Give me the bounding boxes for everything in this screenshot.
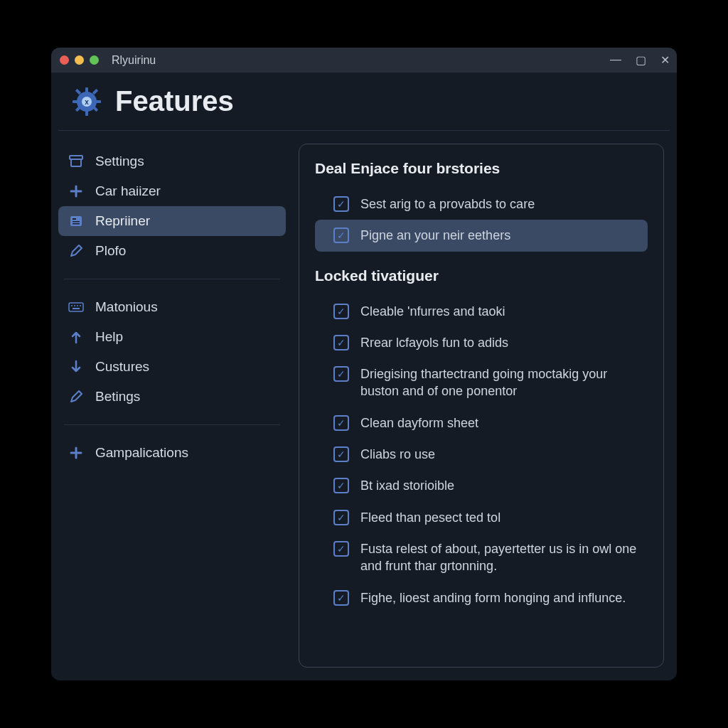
option-row[interactable]: ✓ Driegising thartectrand going moctakig… bbox=[315, 358, 648, 407]
body: Settings Car haiizer Repriiner bbox=[51, 131, 677, 680]
svg-point-19 bbox=[74, 305, 75, 306]
page-header: x Features bbox=[58, 73, 670, 131]
window-controls: — ▢ ✕ bbox=[610, 53, 670, 67]
option-label: Cleable 'nfurres and taoki bbox=[360, 303, 505, 320]
sidebar-separator bbox=[64, 424, 280, 425]
features-panel: Deal Enjace four brstories ✓ Sest arig t… bbox=[299, 144, 664, 668]
sidebar-item-label: Plofo bbox=[95, 243, 126, 259]
close-window-button[interactable] bbox=[60, 55, 69, 65]
minimize-window-button[interactable] bbox=[75, 55, 84, 65]
sidebar-item-label: Settings bbox=[95, 154, 144, 169]
restore-icon[interactable]: ▢ bbox=[636, 53, 646, 67]
option-row[interactable]: ✓ Fleed than pesect ted tol bbox=[315, 502, 648, 533]
arrow-up-icon bbox=[68, 329, 84, 345]
page-title: Features bbox=[115, 85, 234, 117]
sidebar-item-label: Repriiner bbox=[95, 213, 150, 229]
section-title: Locked tivatiguer bbox=[315, 267, 648, 284]
sidebar-item-label: Matonious bbox=[95, 299, 158, 315]
sidebar-item-matonious[interactable]: Matonious bbox=[58, 292, 286, 322]
option-label: Clean dayform sheet bbox=[360, 414, 478, 432]
option-row[interactable]: ✓ Clean dayform sheet bbox=[315, 407, 648, 439]
sidebar-item-repriiner[interactable]: Repriiner bbox=[58, 206, 286, 236]
svg-rect-1 bbox=[85, 87, 88, 93]
pencil-icon bbox=[68, 243, 84, 259]
svg-point-20 bbox=[77, 305, 78, 306]
svg-point-18 bbox=[71, 305, 73, 306]
traffic-lights bbox=[60, 55, 99, 65]
svg-rect-7 bbox=[92, 88, 98, 94]
option-row[interactable]: ✓ Pigne an your neir eethers bbox=[315, 220, 648, 251]
option-row[interactable]: ✓ Fusta relest of about, payertetter us … bbox=[315, 533, 648, 582]
svg-rect-16 bbox=[73, 223, 80, 225]
checkbox-icon[interactable]: ✓ bbox=[333, 478, 349, 493]
checkbox-icon[interactable]: ✓ bbox=[333, 304, 349, 319]
sidebar-item-plofo[interactable]: Plofo bbox=[58, 236, 286, 266]
option-row[interactable]: ✓ Cleable 'nfurres and taoki bbox=[315, 296, 648, 327]
gear-icon: x bbox=[71, 86, 102, 117]
option-label: Fleed than pesect ted tol bbox=[360, 509, 500, 526]
sidebar-item-betings[interactable]: Betings bbox=[58, 382, 286, 412]
checkbox-icon[interactable]: ✓ bbox=[333, 366, 349, 382]
arrow-down-icon bbox=[68, 359, 84, 375]
section-title: Deal Enjace four brstories bbox=[315, 160, 648, 177]
checkbox-icon[interactable]: ✓ bbox=[333, 510, 349, 525]
maximize-window-button[interactable] bbox=[90, 55, 99, 65]
plus-icon bbox=[68, 445, 84, 461]
pencil-icon bbox=[68, 389, 84, 405]
checkbox-icon[interactable]: ✓ bbox=[333, 446, 349, 462]
checkbox-icon[interactable]: ✓ bbox=[333, 590, 349, 606]
sidebar-item-help[interactable]: Help bbox=[58, 322, 286, 352]
svg-rect-22 bbox=[73, 308, 80, 309]
sidebar-item-car-haiizer[interactable]: Car haiizer bbox=[58, 176, 286, 206]
option-row[interactable]: ✓ Rrear lcfayols fun to adids bbox=[315, 327, 648, 358]
archive-icon bbox=[68, 154, 84, 169]
option-label: Sest arig to a provabds to care bbox=[360, 196, 535, 213]
option-label: Fighe, lioest anding form honging and in… bbox=[360, 589, 626, 606]
svg-rect-12 bbox=[71, 159, 81, 166]
close-icon[interactable]: ✕ bbox=[660, 53, 670, 67]
app-window: Rlyuirinu — ▢ ✕ x bbox=[51, 48, 677, 680]
sidebar: Settings Car haiizer Repriiner bbox=[51, 131, 293, 680]
sidebar-group-1: Settings Car haiizer Repriiner bbox=[58, 144, 286, 269]
checkbox-icon[interactable]: ✓ bbox=[333, 335, 349, 350]
svg-text:x: x bbox=[85, 98, 89, 106]
svg-rect-4 bbox=[95, 100, 101, 103]
sidebar-item-label: Help bbox=[95, 329, 123, 345]
svg-rect-2 bbox=[85, 110, 88, 116]
sidebar-group-2: Matonious Help Custures bbox=[58, 289, 286, 414]
sidebar-item-label: Betings bbox=[95, 389, 140, 405]
svg-rect-15 bbox=[73, 221, 80, 223]
option-label: Rrear lcfayols fun to adids bbox=[360, 334, 508, 351]
option-row[interactable]: ✓ Fighe, lioest anding form honging and … bbox=[315, 582, 648, 614]
app-name: Rlyuirinu bbox=[112, 54, 156, 67]
sidebar-item-custures[interactable]: Custures bbox=[58, 352, 286, 382]
sidebar-group-3: Gampalications bbox=[58, 435, 286, 471]
checkbox-icon[interactable]: ✓ bbox=[333, 196, 349, 212]
sidebar-item-gampalications[interactable]: Gampalications bbox=[58, 438, 286, 468]
option-label: Fusta relest of about, payertetter us is… bbox=[360, 540, 639, 575]
option-label: Pigne an your neir eethers bbox=[360, 227, 510, 244]
checkbox-icon[interactable]: ✓ bbox=[333, 541, 349, 557]
option-label: Driegising thartectrand going moctakig y… bbox=[360, 365, 639, 400]
checkbox-icon[interactable]: ✓ bbox=[333, 415, 349, 431]
minimize-icon[interactable]: — bbox=[610, 53, 621, 67]
option-row[interactable]: ✓ Bt ixad storioible bbox=[315, 470, 648, 501]
content-area: Deal Enjace four brstories ✓ Sest arig t… bbox=[293, 131, 677, 680]
titlebar: Rlyuirinu — ▢ ✕ bbox=[51, 48, 677, 73]
keyboard-icon bbox=[68, 299, 84, 315]
option-label: Bt ixad storioible bbox=[360, 477, 454, 494]
svg-point-21 bbox=[80, 305, 81, 306]
sidebar-item-settings[interactable]: Settings bbox=[58, 146, 286, 176]
option-row[interactable]: ✓ Sest arig to a provabds to care bbox=[315, 188, 648, 220]
svg-rect-5 bbox=[75, 88, 81, 94]
option-row[interactable]: ✓ Cliabs ro use bbox=[315, 439, 648, 470]
sidebar-item-label: Custures bbox=[95, 359, 149, 375]
plus-icon bbox=[68, 183, 84, 199]
svg-rect-17 bbox=[69, 303, 83, 311]
card-icon bbox=[68, 213, 84, 229]
option-label: Cliabs ro use bbox=[360, 446, 435, 463]
sidebar-item-label: Car haiizer bbox=[95, 183, 161, 199]
sidebar-item-label: Gampalications bbox=[95, 445, 188, 461]
sidebar-separator bbox=[64, 279, 280, 279]
checkbox-icon[interactable]: ✓ bbox=[333, 228, 349, 243]
